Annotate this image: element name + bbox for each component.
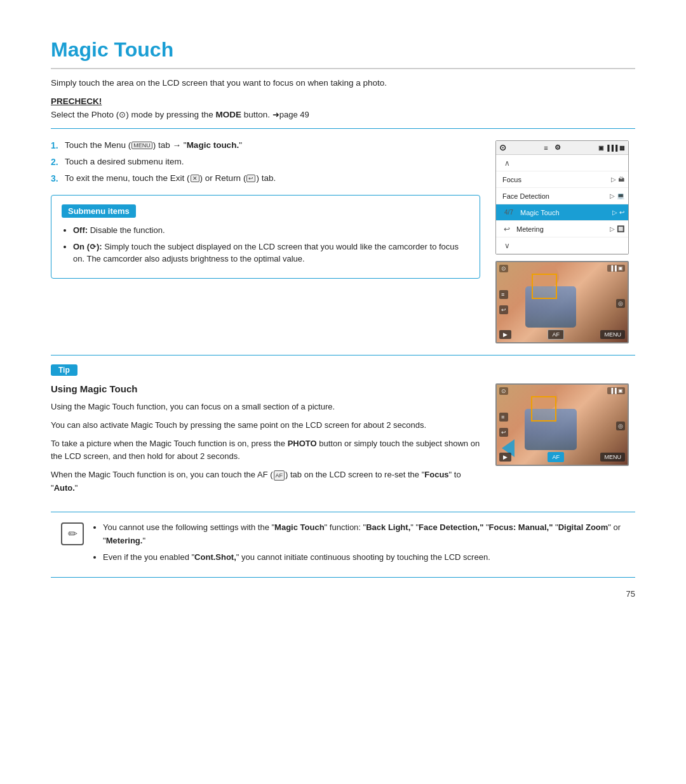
camera-menu-top-bar: ⊙ ≡ ⚙ ▣ ▐▐▐ ▦ (496, 141, 628, 155)
camera-menu-nav-down: ∨ (496, 237, 628, 254)
face-detection-box-2 (531, 396, 556, 422)
tip-para-2: You can also activate Magic Touch by pre… (51, 419, 480, 432)
note-item-2: Even if the you enabled "Cont.Shot," you… (103, 551, 625, 564)
return-icon: ↩ (246, 175, 255, 182)
step-3-num: 3. (51, 173, 65, 183)
screen-side-right-2: ◎ (616, 420, 625, 430)
tip-para-3: To take a picture when the Magic Touch f… (51, 437, 480, 464)
page-indicator: 4/7 (500, 209, 518, 216)
note-content: You cannot use the following settings wi… (93, 521, 625, 568)
tip-section: Tip Using Magic Touch Using the Magic To… (51, 355, 635, 500)
screen-photo-icon-1: ⊙ (499, 265, 508, 272)
camera-menu-nav-up: ∧ (496, 155, 628, 171)
step-1: 1. Touch the Menu (MENU) tab → "Magic to… (51, 140, 480, 150)
screen-circle-icon-1: ◎ (616, 299, 625, 308)
intro-text: Simply touch the area on the LCD screen … (51, 78, 635, 88)
screen-top-bar-2: ⊙ ▐▐ ▣ (499, 387, 625, 395)
screen-side-left-2: ≡ ↩ (499, 413, 508, 437)
photo-bold: PHOTO (288, 439, 317, 448)
tip-title: Using Magic Touch (51, 383, 480, 394)
screen-play-btn-2: ▶ (499, 453, 511, 462)
screen-return-icon-2: ↩ (499, 428, 508, 437)
submenu-off-label: Off: (73, 225, 88, 235)
tip-right-col: ⊙ ▐▐ ▣ ≡ ↩ ◎ ▶ AF MENU (495, 383, 635, 500)
screen-bottom-bar-1: ▶ AF MENU (499, 329, 625, 340)
note-backlight-bold: Back Light, (366, 522, 410, 532)
menu-icon: MENU (131, 142, 152, 149)
tip-para-1: Using the Magic Touch function, you can … (51, 401, 480, 414)
af-icon: AF (274, 470, 285, 481)
screen-menu-btn-2: MENU (600, 453, 625, 462)
step-3-text: To exit the menu, touch the Exit (✕) or … (65, 173, 276, 183)
submenu-on-label: On (⟳): (73, 242, 102, 251)
precheck-content: Select the Photo (⊙) mode by pressing th… (51, 110, 309, 119)
camera-menu-row-face-detection: Face Detection ▷ 💻 (496, 188, 628, 204)
camera-menu-row-metering: ↩ Metering ▷ 🔲 (496, 221, 628, 237)
note-box: ✏ You cannot use the following settings … (51, 512, 635, 578)
step-1-num: 1. (51, 140, 65, 150)
screen-af-btn-1: AF (548, 329, 564, 340)
nav-up-icon: ∧ (500, 159, 514, 168)
right-column: ⊙ ≡ ⚙ ▣ ▐▐▐ ▦ ∧ Focus ▷ 🏔 Face Detection… (495, 140, 635, 343)
metering-label: Metering (514, 225, 610, 233)
face-detection-value: ▷ 💻 (610, 192, 624, 199)
face-detection-box-1 (532, 274, 557, 299)
note-icon: ✏ (61, 522, 84, 545)
focus-label: Focus (500, 176, 611, 183)
screen-play-btn-1: ▶ (499, 330, 511, 339)
camera-mode-icon: ⊙ (499, 143, 506, 152)
submenu-item-on: On (⟳): Simply touch the subject display… (73, 241, 469, 265)
note-contshot-bold: Cont.Shot, (194, 552, 236, 562)
camera-battery-icon: ▣ ▐▐▐ ▦ (598, 145, 625, 151)
note-metering-bold: Metering. (106, 536, 143, 545)
screen-battery-icon-1: ▐▐ ▣ (607, 265, 625, 272)
precheck-text: Select the Photo (⊙) mode by pressing th… (51, 110, 635, 129)
step-1-text: Touch the Menu (MENU) tab → "Magic touch… (65, 140, 242, 150)
auto-bold: Auto. (54, 483, 75, 493)
screen-side-right-1: ◎ (616, 297, 625, 307)
steps-list: 1. Touch the Menu (MENU) tab → "Magic to… (51, 140, 480, 183)
focus-value: ▷ 🏔 (611, 176, 624, 183)
magic-touch-value: ▷ ↩ (612, 209, 624, 216)
screen-top-bar-1: ⊙ ▐▐ ▣ (499, 265, 625, 272)
screen-menu-btn-1: MENU (600, 330, 625, 339)
left-column: 1. Touch the Menu (MENU) tab → "Magic to… (51, 140, 480, 343)
camera-screen-1: ⊙ ▐▐ ▣ ≡ ↩ ◎ ▶ AF MENU (495, 261, 629, 343)
submenu-item-off: Off: Disable the function. (73, 224, 469, 237)
step-2-num: 2. (51, 157, 65, 167)
screen-circle-icon-2: ◎ (616, 422, 625, 430)
face-detection-label: Face Detection (500, 192, 610, 200)
submenu-items-list: Off: Disable the function. On (⟳): Simpl… (62, 224, 469, 265)
step-3: 3. To exit the menu, touch the Exit (✕) … (51, 173, 480, 183)
camera-menu-mockup: ⊙ ≡ ⚙ ▣ ▐▐▐ ▦ ∧ Focus ▷ 🏔 Face Detection… (495, 140, 629, 255)
nav-down-icon: ∨ (500, 241, 514, 250)
precheck-label: PRECHECK! (51, 96, 635, 106)
camera-menu-row-focus: Focus ▷ 🏔 (496, 171, 628, 188)
tip-header: Tip (51, 364, 77, 376)
nav-return-icon: ↩ (500, 225, 514, 234)
camera-menu-icon2: ⚙ (555, 143, 561, 152)
note-list: You cannot use the following settings wi… (93, 521, 625, 564)
note-magic-touch-bold: Magic Touch (274, 522, 324, 532)
page-number: 75 (51, 589, 635, 599)
tip-left-col: Using Magic Touch Using the Magic Touch … (51, 383, 480, 500)
screen-af-btn-2: AF (548, 452, 564, 462)
page-ref: ➜page 49 (272, 110, 309, 119)
camera-menu-icon1: ≡ (544, 144, 548, 152)
note-focusmanual-bold: Focus: Manual," (489, 522, 553, 532)
photo-icon: ⊙ (119, 110, 126, 119)
exit-icon: ✕ (191, 175, 199, 182)
screen-return-icon-1: ↩ (499, 305, 508, 314)
metering-value: ▷ 🔲 (610, 225, 624, 232)
step-2-text: Touch a desired submenu item. (65, 157, 184, 166)
page-title: Magic Touch (51, 38, 635, 69)
screen-grid-icon-1: ≡ (499, 290, 508, 299)
camera-menu-row-magic-touch: 4/7 Magic Touch ▷ ↩ (496, 204, 628, 221)
camera-screen-2: ⊙ ▐▐ ▣ ≡ ↩ ◎ ▶ AF MENU (495, 383, 629, 466)
screen-photo-icon-2: ⊙ (499, 387, 508, 395)
screen-grid-icon-2: ≡ (499, 413, 508, 422)
tip-para-4: When the Magic Touch function is on, you… (51, 468, 480, 495)
note-item-1: You cannot use the following settings wi… (103, 521, 625, 548)
tip-content: Using Magic Touch Using the Magic Touch … (51, 383, 635, 500)
note-digitalzoom-bold: Digital Zoom (558, 522, 609, 532)
